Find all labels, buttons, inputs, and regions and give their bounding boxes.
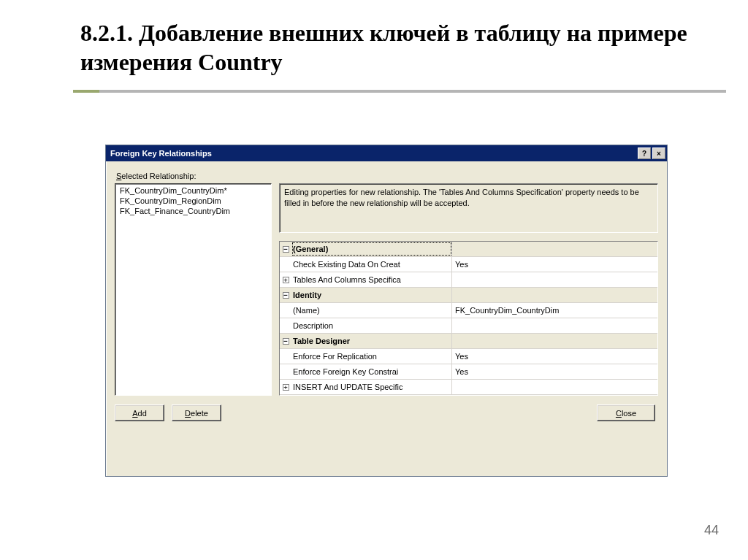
relationship-listbox[interactable]: FK_CountryDim_CountryDim* FK_CountryDim_… bbox=[115, 183, 272, 396]
description-panel: Editing properties for new relationship.… bbox=[279, 183, 658, 233]
dialog-title: Foreign Key Relationships bbox=[110, 149, 638, 158]
foreign-key-dialog: Foreign Key Relationships ? × Selected R… bbox=[105, 145, 668, 477]
category-identity[interactable]: − Identity bbox=[280, 288, 657, 303]
prop-tables-columns[interactable]: + Tables And Columns Specifica bbox=[280, 272, 657, 288]
close-icon[interactable]: × bbox=[652, 147, 665, 159]
prop-description[interactable]: Description bbox=[280, 318, 657, 334]
prop-check-existing[interactable]: Check Existing Data On Creat Yes bbox=[280, 257, 657, 272]
close-button[interactable]: Close bbox=[597, 404, 655, 421]
dialog-titlebar[interactable]: Foreign Key Relationships ? × bbox=[106, 145, 667, 161]
prop-name[interactable]: (Name) FK_CountryDim_CountryDim bbox=[280, 303, 657, 318]
collapse-icon[interactable]: − bbox=[280, 334, 291, 348]
prop-enforce-fk[interactable]: Enforce Foreign Key Constrai Yes bbox=[280, 364, 657, 380]
list-item[interactable]: FK_CountryDim_CountryDim* bbox=[118, 185, 268, 196]
add-button[interactable]: Add bbox=[115, 404, 164, 421]
prop-insert-update[interactable]: + INSERT And UPDATE Specific bbox=[280, 380, 657, 395]
prop-enforce-replication[interactable]: Enforce For Replication Yes bbox=[280, 349, 657, 364]
expand-icon[interactable]: + bbox=[280, 272, 291, 287]
collapse-icon[interactable]: − bbox=[280, 288, 291, 302]
collapse-icon[interactable]: − bbox=[280, 242, 291, 256]
delete-button[interactable]: Delete bbox=[172, 404, 221, 421]
list-item[interactable]: FK_Fact_Finance_CountryDim bbox=[118, 206, 268, 216]
help-button[interactable]: ? bbox=[638, 147, 651, 159]
title-divider bbox=[73, 90, 726, 93]
expand-icon[interactable]: + bbox=[280, 380, 291, 394]
property-grid[interactable]: − (General) Check Existing Data On Creat… bbox=[279, 241, 658, 396]
category-general[interactable]: − (General) bbox=[280, 242, 657, 257]
list-item[interactable]: FK_CountryDim_RegionDim bbox=[118, 196, 268, 206]
category-table-designer[interactable]: − Table Designer bbox=[280, 334, 657, 349]
page-number: 44 bbox=[704, 523, 719, 538]
slide-title: 8.2.1. Добавление внешних ключей в табли… bbox=[0, 0, 748, 84]
selected-relationship-label: Selected Relationship: bbox=[116, 172, 658, 180]
